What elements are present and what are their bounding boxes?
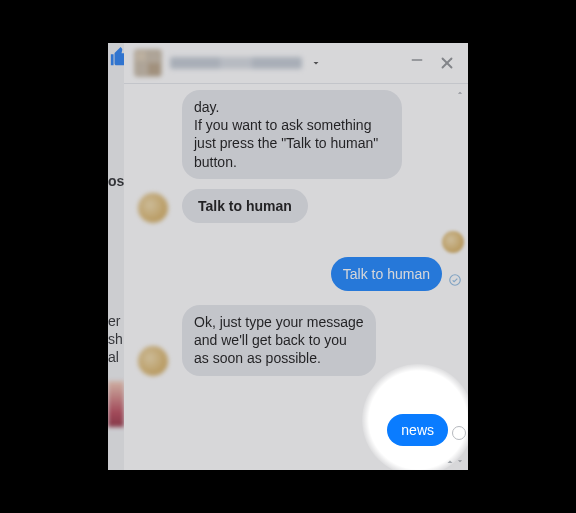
scroll-down-icon[interactable]	[455, 456, 465, 466]
chevron-down-icon[interactable]	[310, 57, 322, 69]
chat-window: day. If you want to ask something just p…	[124, 43, 468, 470]
chat-header	[124, 43, 468, 84]
check-circle-icon	[448, 273, 462, 287]
svg-point-3	[450, 275, 461, 286]
bg-text-al: al	[108, 349, 119, 365]
bot-message: Ok, just type your message and we'll get…	[182, 305, 376, 376]
bg-text-sh: sh	[108, 331, 123, 347]
screenshot-stage: os er sh al day. If you want to ask	[108, 43, 468, 470]
contact-avatar[interactable]	[134, 49, 162, 77]
message-row-bot-intro: day. If you want to ask something just p…	[182, 90, 458, 179]
user-message-news: news	[387, 414, 448, 446]
delivered-indicator	[452, 426, 466, 440]
bot-avatar	[138, 346, 168, 376]
close-button[interactable]	[436, 52, 458, 74]
user-message: Talk to human	[331, 257, 442, 291]
message-row-quick-reply: Talk to human	[182, 189, 458, 223]
user-avatar	[442, 231, 464, 253]
chevron-up-icon[interactable]	[444, 456, 456, 468]
message-row-user-news: news	[387, 414, 448, 446]
chat-body[interactable]: day. If you want to ask something just p…	[124, 84, 468, 470]
bot-message: day. If you want to ask something just p…	[182, 90, 402, 179]
bg-text-os: os	[108, 173, 124, 189]
bot-avatar	[138, 193, 168, 223]
quick-reply-talk-to-human[interactable]: Talk to human	[182, 189, 308, 223]
minimize-button[interactable]	[406, 49, 428, 77]
message-row-user-talk: Talk to human	[182, 257, 458, 291]
bg-photo-strip	[108, 381, 124, 427]
contact-name[interactable]	[170, 57, 302, 69]
message-row-bot-ack: Ok, just type your message and we'll get…	[182, 305, 458, 376]
bg-text-er: er	[108, 313, 120, 329]
